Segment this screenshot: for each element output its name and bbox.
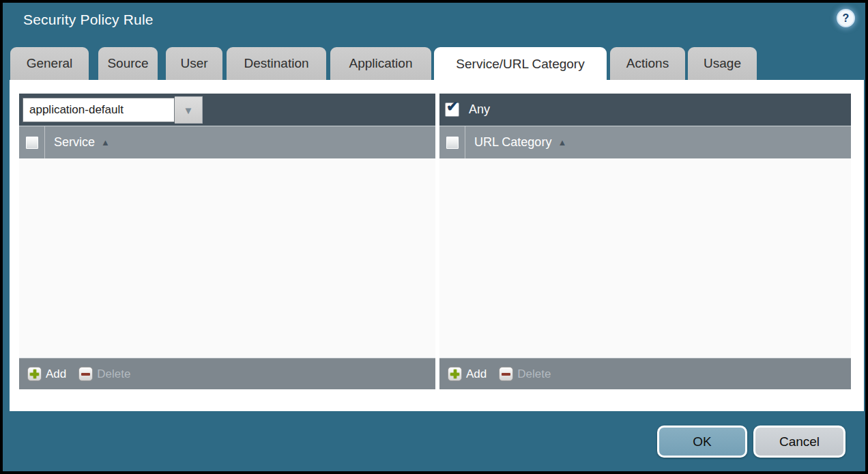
service-select-all-cell: [19, 126, 45, 158]
url-category-panel: ✔ Any URL Category ▲ Add: [439, 94, 851, 389]
tab-user[interactable]: User: [166, 47, 222, 80]
service-panel-footer: Add Delete: [19, 358, 435, 389]
service-column-title[interactable]: Service ▲: [45, 135, 110, 150]
url-category-select-all-checkbox[interactable]: [446, 136, 459, 150]
tab-application[interactable]: Application: [330, 47, 431, 80]
tab-actions[interactable]: Actions: [610, 47, 685, 80]
service-delete-button[interactable]: Delete: [78, 367, 130, 381]
cancel-button[interactable]: Cancel: [753, 426, 845, 458]
url-category-column-title[interactable]: URL Category ▲: [465, 135, 566, 150]
sort-ascending-icon: ▲: [558, 138, 566, 147]
url-category-select-all-cell: [439, 126, 465, 158]
tab-content-service-url-category: application-default ▼ Service ▲: [10, 80, 864, 411]
ok-button[interactable]: OK: [657, 426, 747, 458]
delete-minus-icon: [78, 367, 93, 381]
tab-service-url-category[interactable]: Service/URL Category: [434, 47, 607, 81]
help-glyph: ?: [843, 12, 850, 25]
add-plus-icon: [27, 367, 42, 381]
any-label: Any: [469, 102, 490, 117]
url-category-panel-footer: Add Delete: [439, 358, 851, 389]
service-panel-toolbar: application-default ▼: [19, 94, 435, 126]
sort-ascending-icon: ▲: [101, 138, 110, 147]
tab-destination[interactable]: Destination: [227, 47, 326, 80]
url-category-add-button[interactable]: Add: [448, 367, 487, 381]
service-panel: application-default ▼ Service ▲: [19, 94, 435, 389]
url-category-table-body[interactable]: [439, 158, 851, 358]
any-checkbox[interactable]: ✔: [445, 102, 459, 117]
add-plus-icon: [448, 367, 462, 381]
url-category-toolbar: ✔ Any: [439, 94, 851, 126]
service-table-header: Service ▲: [19, 126, 435, 158]
url-category-table-header: URL Category ▲: [439, 126, 851, 158]
service-type-dropdown[interactable]: application-default ▼: [23, 96, 203, 124]
tab-bar: General Source User Destination Applicat…: [10, 47, 757, 81]
tab-source[interactable]: Source: [98, 47, 158, 80]
service-table-body[interactable]: [19, 158, 435, 358]
service-type-dropdown-button[interactable]: ▼: [175, 96, 203, 124]
service-select-all-checkbox[interactable]: [25, 136, 39, 150]
chevron-down-icon: ▼: [184, 105, 194, 115]
tab-general[interactable]: General: [10, 47, 89, 80]
any-row: ✔ Any: [439, 94, 851, 126]
security-policy-rule-dialog: Security Policy Rule ? General Source Us…: [3, 3, 865, 471]
delete-minus-icon: [499, 367, 513, 381]
service-add-button[interactable]: Add: [27, 367, 66, 381]
dialog-title: Security Policy Rule: [23, 12, 154, 28]
service-type-value[interactable]: application-default: [23, 98, 175, 122]
tab-usage[interactable]: Usage: [688, 47, 757, 80]
check-icon: ✔: [446, 99, 459, 113]
help-icon[interactable]: ?: [837, 9, 855, 27]
url-category-delete-button[interactable]: Delete: [499, 367, 551, 381]
